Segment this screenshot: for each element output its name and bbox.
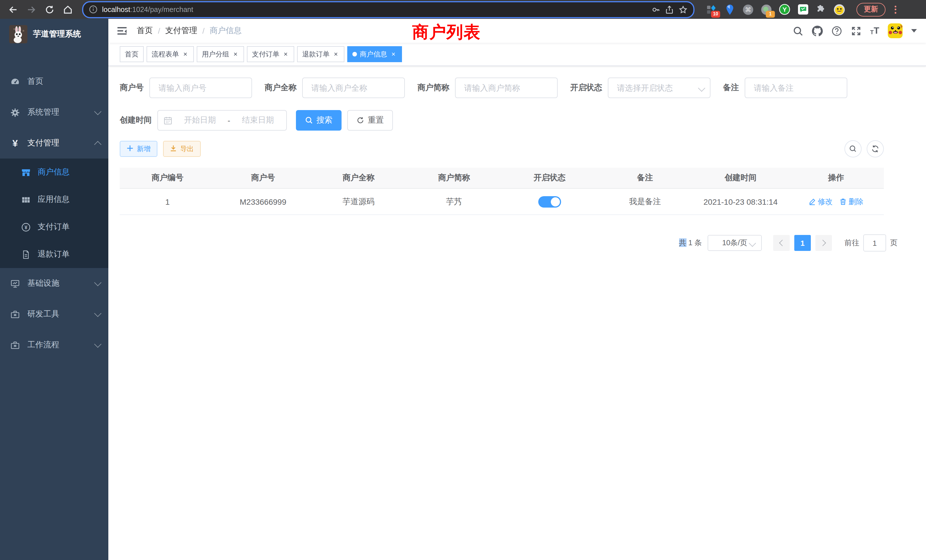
avatar-dropdown-caret-icon[interactable] bbox=[911, 29, 917, 32]
edit-link[interactable]: 修改 bbox=[809, 197, 833, 207]
help-icon[interactable] bbox=[831, 26, 842, 36]
sidebar-item-pay-order[interactable]: ¥ 支付订单 bbox=[0, 213, 108, 241]
tab-pay-order[interactable]: 支付订单 bbox=[247, 46, 294, 62]
browser-back-icon[interactable] bbox=[6, 2, 21, 17]
svg-text:Y: Y bbox=[782, 6, 787, 13]
search-icon[interactable] bbox=[793, 26, 803, 36]
create-time-label: 创建时间 bbox=[120, 115, 152, 126]
sidebar-collapse-icon[interactable] bbox=[117, 25, 128, 36]
sidebar-item-workflow[interactable]: 工作流程 bbox=[0, 330, 108, 360]
sidebar-item-payment[interactable]: ¥ 支付管理 bbox=[0, 128, 108, 159]
close-icon[interactable] bbox=[333, 51, 339, 58]
extension-command-icon[interactable]: ⌘ bbox=[742, 4, 754, 15]
full-name-input[interactable] bbox=[302, 77, 405, 98]
browser-reload-icon[interactable] bbox=[42, 2, 57, 17]
app-logo-row[interactable]: 芋道管理系统 bbox=[0, 19, 108, 49]
full-name-label: 商户全称 bbox=[265, 83, 297, 93]
extension-pin-icon[interactable] bbox=[724, 4, 735, 15]
profile-emoji-icon[interactable] bbox=[834, 4, 845, 15]
goto-page-input[interactable] bbox=[863, 235, 886, 251]
share-icon[interactable] bbox=[665, 5, 674, 14]
extension-y-icon[interactable]: Y bbox=[779, 4, 790, 15]
reset-button[interactable]: 重置 bbox=[347, 110, 393, 130]
sidebar-menu: 首页 系统管理 ¥ 支付管理 bbox=[0, 66, 108, 360]
merchant-list-page: 商户号 商户全称 商户简称 开启状态 bbox=[108, 66, 926, 560]
browser-extensions: 10 ⌘ 1 Y bbox=[706, 4, 845, 15]
chevron-down-icon bbox=[94, 278, 101, 286]
browser-forward-icon[interactable] bbox=[24, 2, 39, 17]
short-name-input[interactable] bbox=[455, 77, 558, 98]
show-search-toggle-button[interactable] bbox=[844, 140, 862, 157]
store-icon bbox=[21, 167, 31, 177]
pagination: 共 1 条 10条/页 1 前往 页 bbox=[120, 235, 915, 251]
fullscreen-icon[interactable] bbox=[851, 26, 862, 36]
merchant-no-input[interactable] bbox=[150, 77, 252, 98]
close-icon[interactable] bbox=[232, 51, 239, 58]
chevron-down-icon bbox=[749, 239, 756, 247]
sidebar-item-infra[interactable]: 基础设施 bbox=[0, 268, 108, 299]
tags-view: 首页 流程表单 用户分组 支付订单 退款订单 商户信息 bbox=[108, 43, 926, 66]
end-date-placeholder[interactable]: 结束日期 bbox=[236, 115, 280, 126]
short-name-label: 商户简称 bbox=[418, 83, 449, 93]
page-size-select[interactable]: 10条/页 bbox=[708, 235, 762, 251]
github-icon[interactable] bbox=[812, 26, 823, 36]
monitor-chart-icon bbox=[10, 278, 20, 288]
search-button[interactable]: 搜索 bbox=[296, 110, 342, 130]
browser-address-bar[interactable]: localhost:1024/pay/merchant bbox=[82, 1, 694, 18]
cell-short-name: 芋艿 bbox=[406, 197, 502, 207]
prev-page-button[interactable] bbox=[773, 235, 790, 251]
svg-text:¥: ¥ bbox=[24, 224, 27, 230]
breadcrumb-current: 商户信息 bbox=[210, 26, 242, 36]
create-time-range-picker[interactable]: 开始日期 - 结束日期 bbox=[157, 110, 287, 130]
close-icon[interactable] bbox=[390, 51, 397, 58]
search-icon bbox=[849, 145, 857, 153]
sidebar-item-devtools[interactable]: 研发工具 bbox=[0, 299, 108, 330]
next-page-button[interactable] bbox=[816, 235, 832, 251]
tab-user-group[interactable]: 用户分组 bbox=[197, 46, 244, 62]
browser-menu-icon[interactable] bbox=[895, 5, 896, 14]
tab-process-form[interactable]: 流程表单 bbox=[147, 46, 194, 62]
dashboard-icon bbox=[10, 77, 20, 86]
extensions-puzzle-icon[interactable] bbox=[816, 4, 827, 15]
cell-create-time: 2021-10-23 08:31:14 bbox=[693, 197, 788, 206]
status-toggle[interactable] bbox=[538, 196, 561, 207]
breadcrumb-section[interactable]: 支付管理 bbox=[165, 26, 197, 36]
page-unit-label: 页 bbox=[890, 238, 897, 248]
browser-home-icon[interactable] bbox=[61, 2, 75, 17]
browser-update-button[interactable]: 更新 bbox=[856, 3, 885, 16]
export-button[interactable]: 导出 bbox=[163, 141, 201, 157]
breadcrumb: 首页 / 支付管理 / 商户信息 bbox=[137, 26, 242, 36]
grid-icon bbox=[21, 195, 31, 204]
sidebar-item-app-info[interactable]: 应用信息 bbox=[0, 186, 108, 213]
breadcrumb-home[interactable]: 首页 bbox=[137, 26, 153, 36]
refresh-table-button[interactable] bbox=[867, 140, 884, 157]
close-icon[interactable] bbox=[182, 51, 189, 58]
edit-icon bbox=[809, 198, 816, 205]
remark-input[interactable] bbox=[745, 77, 847, 98]
tab-merchant-info[interactable]: 商户信息 bbox=[347, 46, 402, 62]
password-key-icon[interactable] bbox=[651, 5, 660, 14]
merchant-table: 商户编号 商户号 商户全称 商户简称 开启状态 备注 创建时间 操作 1 M23… bbox=[120, 168, 884, 215]
add-button[interactable]: 新增 bbox=[120, 141, 157, 157]
sidebar-item-merchant-info[interactable]: 商户信息 bbox=[0, 159, 108, 186]
status-select[interactable] bbox=[608, 77, 710, 98]
tab-refund-order[interactable]: 退款订单 bbox=[297, 46, 344, 62]
status-label: 开启状态 bbox=[570, 83, 602, 93]
tab-home[interactable]: 首页 bbox=[120, 46, 144, 62]
sidebar-item-refund-order[interactable]: 退款订单 bbox=[0, 241, 108, 268]
page-number-button[interactable]: 1 bbox=[794, 235, 811, 251]
chevron-down-icon bbox=[94, 309, 101, 316]
font-size-icon[interactable]: TT bbox=[870, 26, 879, 35]
extension-chat-icon[interactable] bbox=[797, 4, 808, 15]
bookmark-star-icon[interactable] bbox=[679, 5, 688, 14]
user-avatar[interactable] bbox=[888, 23, 903, 38]
close-icon[interactable] bbox=[282, 51, 289, 58]
site-info-icon[interactable] bbox=[89, 5, 97, 14]
extension-diamond-icon[interactable]: 10 bbox=[706, 4, 717, 15]
extension-recorder-icon[interactable]: 1 bbox=[761, 4, 772, 15]
sidebar-item-home[interactable]: 首页 bbox=[0, 66, 108, 97]
screen: localhost:1024/pay/merchant 10 ⌘ 1 Y bbox=[0, 0, 926, 560]
delete-link[interactable]: 删除 bbox=[840, 197, 864, 207]
start-date-placeholder[interactable]: 开始日期 bbox=[177, 115, 222, 126]
sidebar-item-system[interactable]: 系统管理 bbox=[0, 97, 108, 128]
